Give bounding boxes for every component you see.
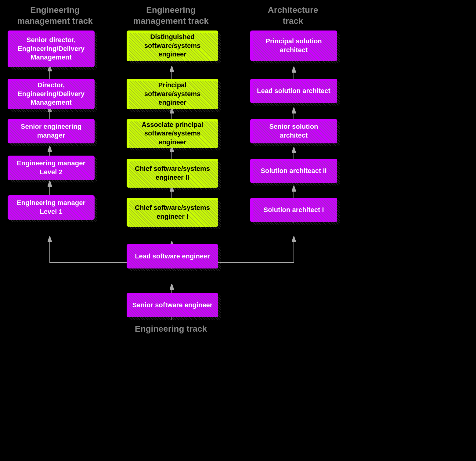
lead-arch-box: Lead solution architect — [250, 79, 337, 103]
chief-ii-box: Chief software/systems engineer II — [127, 159, 218, 188]
principal-sw-box: Principal software/systems engineer — [127, 79, 218, 109]
solution-arch-i-box: Solution architect I — [250, 198, 337, 222]
principal-arch-box: Principal solution architect — [250, 31, 337, 61]
distinguished-box: Distinguished software/systems engineer — [127, 31, 218, 61]
center-track-header: Engineering management track — [122, 5, 220, 27]
bottom-track-header: Engineering track — [122, 323, 220, 334]
senior-sw-box: Senior software engineer — [127, 293, 218, 317]
assoc-principal-box: Associate principal software/systems eng… — [127, 119, 218, 148]
chief-i-box: Chief software/systems engineer I — [127, 198, 218, 227]
director-box: Director, Engineering/Delivery Managemen… — [8, 79, 95, 109]
right-track-header: Architecture track — [250, 5, 336, 27]
left-track-header: Engineering management track — [6, 5, 104, 27]
lead-sw-box: Lead software engineer — [127, 244, 218, 268]
eng-manager-l2-box: Engineering manager Level 2 — [8, 156, 95, 180]
eng-manager-l1-box: Engineering manager Level 1 — [8, 195, 95, 220]
diagram-container: Engineering management track Engineering… — [0, 0, 476, 461]
senior-arch-box: Senior solution architect — [250, 119, 337, 143]
senior-eng-manager-box: Senior engineering manager — [8, 119, 95, 143]
senior-director-box: Senior director, Engineering/Delivery Ma… — [8, 31, 95, 67]
solution-arch-ii-box: Solution architeact II — [250, 159, 337, 183]
